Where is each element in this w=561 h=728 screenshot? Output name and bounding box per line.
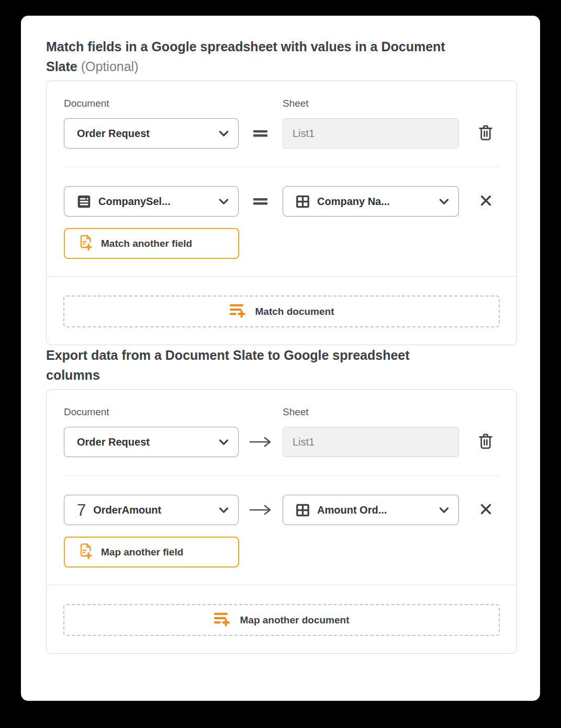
document-sheet-row: Order Request List1: [64, 427, 499, 457]
source-field-value: CompanySel...: [98, 196, 171, 208]
arrow-right-icon: [239, 504, 283, 516]
source-field-value: OrderAmount: [93, 504, 161, 516]
list-add-icon: [214, 611, 231, 629]
chevron-down-icon: [214, 439, 229, 446]
trash-icon: [478, 433, 493, 451]
sheet-label: Sheet: [283, 406, 309, 418]
divider: [64, 475, 499, 476]
export-section-title: Export data from a Document Slate to Goo…: [46, 345, 517, 385]
target-column-select[interactable]: Amount Ord...: [283, 495, 459, 525]
document-select[interactable]: Order Request: [64, 427, 239, 457]
match-card-footer: Match document: [47, 276, 517, 345]
source-field-select[interactable]: CompanySel...: [64, 186, 239, 217]
close-icon: [479, 503, 492, 517]
chevron-down-icon: [214, 130, 229, 137]
remove-field-map-button[interactable]: [477, 501, 494, 519]
sheet-field[interactable]: List1: [283, 118, 459, 149]
match-document-button[interactable]: Match document: [63, 295, 500, 327]
remove-field-match-button[interactable]: [477, 192, 494, 210]
match-document-card: Document Sheet Order Request List1: [46, 81, 517, 345]
map-another-document-button[interactable]: Map another document: [63, 604, 500, 636]
target-column-value: Amount Ord...: [317, 504, 387, 516]
match-section-title: Match fields in a Google spreadsheet wit…: [46, 37, 517, 76]
sheet-field[interactable]: List1: [283, 427, 459, 457]
sheet-field-value: List1: [293, 436, 315, 448]
export-section-title-line2: columns: [46, 365, 517, 385]
chevron-down-icon: [434, 507, 449, 514]
equals-icon: [239, 129, 283, 138]
target-column-value: Company Na...: [317, 196, 390, 208]
document-label: Document: [64, 406, 283, 418]
export-document-card: Document Sheet Order Request List1: [46, 389, 517, 654]
document-add-icon: [78, 234, 93, 253]
document-select-value: Order Request: [77, 128, 150, 140]
select-field-icon: [77, 195, 91, 209]
chevron-down-icon: [434, 198, 449, 205]
match-document-label: Match document: [255, 306, 334, 317]
field-map-row: 7 OrderAmount Amount Ord...: [64, 495, 499, 525]
table-column-icon: [296, 503, 310, 517]
number-field-icon: 7: [77, 502, 86, 518]
document-add-icon: [78, 543, 93, 562]
field-match-row: CompanySel... Company Na...: [64, 186, 499, 217]
table-column-icon: [296, 195, 310, 209]
map-another-field-button[interactable]: Map another field: [64, 537, 239, 567]
target-column-select[interactable]: Company Na...: [283, 186, 459, 217]
settings-panel: Match fields in a Google spreadsheet wit…: [21, 16, 540, 701]
document-select[interactable]: Order Request: [64, 118, 239, 149]
delete-document-mapping-button[interactable]: [477, 124, 494, 142]
sheet-field-value: List1: [293, 128, 315, 140]
chevron-down-icon: [214, 507, 229, 514]
divider: [64, 167, 499, 167]
document-select-value: Order Request: [77, 436, 150, 448]
close-icon: [479, 194, 492, 209]
source-field-select[interactable]: 7 OrderAmount: [64, 495, 239, 525]
page: Match fields in a Google spreadsheet wit…: [0, 0, 561, 728]
arrow-right-icon: [239, 436, 283, 448]
document-label: Document: [64, 98, 283, 109]
optional-hint: (Optional): [81, 59, 139, 74]
equals-icon: [239, 197, 283, 206]
match-section-title-line1: Match fields in a Google spreadsheet wit…: [46, 37, 517, 56]
list-add-icon: [229, 303, 247, 320]
export-section-title-line1: Export data from a Document Slate to Goo…: [46, 345, 517, 365]
export-card-footer: Map another document: [47, 585, 517, 653]
map-another-document-label: Map another document: [240, 615, 349, 626]
match-section-title-line2: Slate (Optional): [46, 56, 517, 76]
document-sheet-row: Order Request List1: [64, 118, 499, 149]
match-another-field-label: Match another field: [101, 238, 192, 249]
sheet-label: Sheet: [283, 98, 309, 109]
delete-document-mapping-button[interactable]: [477, 433, 494, 451]
chevron-down-icon: [214, 198, 229, 205]
trash-icon: [478, 124, 493, 143]
map-another-field-label: Map another field: [101, 547, 183, 558]
match-another-field-button[interactable]: Match another field: [64, 228, 239, 259]
